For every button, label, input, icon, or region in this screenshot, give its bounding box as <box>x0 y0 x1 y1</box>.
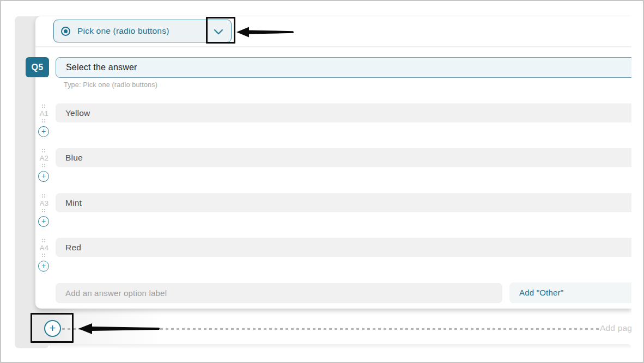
drag-handle-icon[interactable] <box>41 208 46 213</box>
insert-answer-button[interactable]: + <box>38 261 49 272</box>
annotation-arrow-icon <box>78 322 160 335</box>
answer-id-label: A2 <box>38 154 50 162</box>
annotation-arrow-icon <box>236 26 294 38</box>
answer-option-input[interactable]: Blue <box>56 148 631 167</box>
insert-answer-button[interactable]: + <box>38 216 49 227</box>
question-title-input[interactable]: Select the answer <box>56 57 631 78</box>
drag-handle-icon[interactable] <box>41 238 46 243</box>
content-clip: Pick one (radio buttons) Q5 Select the a… <box>1 1 631 363</box>
annotation-box-add-page <box>31 313 74 343</box>
question-type-caption: Type: Pick one (radio buttons) <box>64 81 157 89</box>
radio-icon <box>61 27 70 36</box>
question-type-label: Pick one (radio buttons) <box>77 26 169 36</box>
next-page-card-edge <box>49 344 631 348</box>
add-page-label: Add page <box>600 323 631 333</box>
answer-id-label: A3 <box>38 199 50 207</box>
answer-option-input[interactable]: Mint <box>56 193 631 212</box>
drag-handle-icon[interactable] <box>41 119 46 123</box>
annotation-box-dropdown <box>206 17 235 44</box>
add-other-button[interactable]: Add "Other" <box>509 282 631 303</box>
answer-id-label: A1 <box>38 109 50 118</box>
answer-option-input[interactable]: Red <box>56 238 631 257</box>
drag-handle-icon[interactable] <box>41 104 46 108</box>
insert-answer-button[interactable]: + <box>38 126 49 137</box>
question-type-dropdown[interactable]: Pick one (radio buttons) <box>53 20 232 42</box>
survey-editor: Pick one (radio buttons) Q5 Select the a… <box>0 0 644 363</box>
drag-handle-icon[interactable] <box>41 253 46 257</box>
drag-handle-icon[interactable] <box>41 194 46 198</box>
question-number-badge: Q5 <box>26 57 49 77</box>
header-separator <box>35 46 631 47</box>
drag-handle-icon[interactable] <box>41 149 46 153</box>
answer-id-label: A4 <box>38 244 50 252</box>
insert-answer-button[interactable]: + <box>38 171 49 182</box>
answer-option-input[interactable]: Yellow <box>56 103 631 122</box>
add-answer-input[interactable] <box>56 283 502 303</box>
drag-handle-icon[interactable] <box>41 163 46 168</box>
